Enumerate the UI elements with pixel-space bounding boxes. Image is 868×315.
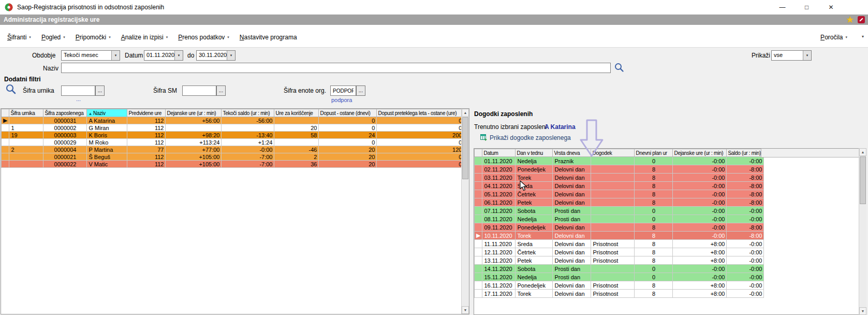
- employee-row[interactable]: ▶0000031A Katarina112+56:00-56:0000: [2, 117, 464, 124]
- row-marker: [475, 223, 482, 232]
- show-events-icon[interactable]: [480, 134, 487, 142]
- scrollbar-thumb[interactable]: [462, 117, 468, 179]
- cell-datum: 16.11.2020: [482, 281, 516, 290]
- scroll-down-icon[interactable]: ▼: [462, 306, 469, 314]
- event-row[interactable]: 11.11.2020SredaDelovni danPrisotnost8+8:…: [475, 240, 764, 248]
- column-header-dogodek[interactable]: Dogodek: [591, 149, 635, 157]
- sifra-urnika-lookup-button[interactable]: ...: [95, 85, 105, 96]
- column-header-plan[interactable]: Dnevni plan ur: [635, 149, 673, 157]
- close-button[interactable]: ✕: [819, 0, 843, 15]
- cell-datum: 15.11.2020: [482, 273, 516, 281]
- scrollbar-thumb[interactable]: [860, 156, 866, 204]
- event-row[interactable]: 02.11.2020PonedeljekDelovni dan8-0:00-8:…: [475, 165, 764, 174]
- scroll-down-icon[interactable]: ▼: [859, 307, 866, 315]
- menu-item-label: Nastavitve programa: [240, 34, 297, 41]
- search-icon[interactable]: [5, 83, 17, 96]
- event-row[interactable]: 01.11.2020NedeljaPraznik0-0:00-0:00: [475, 157, 764, 165]
- cell-vrsta: Delovni dan: [553, 182, 591, 190]
- cell-dopust_preteklo: 0: [377, 161, 464, 168]
- event-row[interactable]: ▶10.11.2020TorekDelovni dan8-0:00-8:00: [475, 232, 764, 240]
- chevron-down-icon[interactable]: ▾: [862, 34, 864, 39]
- cell-datum: 03.11.2020: [482, 174, 516, 182]
- event-row[interactable]: 15.11.2020NedeljaProsti dan0-0:00-0:00: [475, 273, 764, 281]
- cell-datum: 17.11.2020: [482, 290, 516, 298]
- event-row[interactable]: 14.11.2020SobotaProsti dan0-0:00-0:00: [475, 265, 764, 273]
- cell-dan: Četrtek: [516, 190, 553, 198]
- cell-vrsta: Delovni dan: [553, 240, 591, 248]
- show-events-link[interactable]: Prikaži dogodke zaposlenega: [490, 134, 571, 141]
- scroll-up-icon[interactable]: ▲: [462, 109, 469, 117]
- cell-plan: 0: [635, 157, 673, 165]
- cell-vrsta: Delovni dan: [553, 174, 591, 182]
- column-header-sifra_zaposlenega[interactable]: Šifra zaposlenega: [43, 109, 87, 117]
- column-header-vrsta[interactable]: Vrsta dneva: [553, 149, 591, 157]
- event-row[interactable]: 08.11.2020NedeljaProsti dan0-0:00-0:00: [475, 215, 764, 223]
- scroll-up-icon[interactable]: ▲: [859, 148, 866, 156]
- employee-row[interactable]: 0000022V Matic112+105:00-7:0036200: [2, 161, 464, 168]
- chevron-down-icon[interactable]: ▾: [803, 51, 811, 60]
- event-row[interactable]: 09.11.2020PonedeljekDelovni dan8-0:00-8:…: [475, 223, 764, 232]
- chevron-down-icon[interactable]: ▾: [227, 51, 235, 60]
- column-header-dan[interactable]: Dan v tednu: [516, 149, 553, 157]
- employees-scrollbar[interactable]: ▲ ▼: [461, 109, 469, 314]
- cell-dejanske: -0:00: [673, 265, 727, 273]
- maximize-button[interactable]: □: [795, 0, 819, 15]
- event-row[interactable]: 13.11.2020PetekDelovni danPrisotnost8+8:…: [475, 256, 764, 265]
- column-header-koriscenje[interactable]: Ure za koriščenje: [274, 109, 319, 117]
- employee-row[interactable]: 190000003K Boris112+98:20-13:405824200: [2, 132, 464, 139]
- naziv-input[interactable]: [61, 63, 611, 73]
- column-header-dopust[interactable]: Dopust - ostane (dnevi): [319, 109, 377, 117]
- employee-row[interactable]: 0000021Š Beguš112+105:00-7:002200: [2, 153, 464, 161]
- column-header-dopust_preteklo[interactable]: Dopust preteklega leta - ostane (ure): [377, 109, 464, 117]
- event-row[interactable]: 17.11.2020TorekDelovni danPrisotnost8+8:…: [475, 290, 764, 298]
- column-header-predvidene[interactable]: Predvidene ure: [127, 109, 166, 117]
- cell-naziv: G Miran: [87, 124, 127, 132]
- employee-row[interactable]: 20000004P Martina77+77:00-0:00-4620120: [2, 146, 464, 153]
- cell-koriscenje: 36: [274, 161, 319, 168]
- menu-analize-in-izpisi[interactable]: Analize in izpisi▾: [116, 32, 173, 42]
- datum-to-combobox[interactable]: 30.11.2020 ▾: [196, 50, 236, 61]
- column-header-datum[interactable]: Datum: [482, 149, 516, 157]
- chevron-down-icon[interactable]: ▾: [174, 51, 183, 60]
- cell-dopust_preteklo: 0: [377, 153, 464, 161]
- cell-saldo: -0:00: [727, 290, 764, 298]
- menu-prenos-podatkov[interactable]: Prenos podatkov▾: [173, 32, 234, 42]
- prikazi-combobox[interactable]: vse ▾: [771, 50, 812, 61]
- menu-pripomoc-ki[interactable]: Pripomočki▾: [70, 32, 116, 42]
- chevron-down-icon: ▾: [109, 35, 111, 39]
- menu-nastavitve-programa[interactable]: Nastavitve programa: [234, 32, 302, 42]
- event-row[interactable]: 12.11.2020ČetrtekDelovni danPrisotnost8+…: [475, 248, 764, 256]
- sifra-enote-input[interactable]: [330, 85, 356, 96]
- column-header-naziv[interactable]: ▲Naziv: [87, 109, 127, 117]
- favorite-star-icon[interactable]: ★: [847, 16, 854, 24]
- sifra-urnika-input[interactable]: [61, 85, 95, 96]
- column-header-saldo[interactable]: Saldo (ur : min): [727, 149, 764, 157]
- event-row[interactable]: 04.11.2020SredaDelovni dan8-0:00-8:00: [475, 182, 764, 190]
- sifra-sm-input[interactable]: [182, 85, 216, 96]
- menu-s-ifranti[interactable]: Šifranti▾: [2, 32, 36, 42]
- employee-row[interactable]: 10000002G Miran1122000: [2, 124, 464, 132]
- column-header-sifra_urnika[interactable]: Šifra urnika: [9, 109, 43, 117]
- menu-pogled[interactable]: Pogled▾: [36, 32, 70, 42]
- obdobje-combobox[interactable]: Tekoči mesec ▾: [61, 50, 120, 61]
- chevron-down-icon[interactable]: ▾: [111, 51, 120, 60]
- event-row[interactable]: 05.11.2020ČetrtekDelovni dan8-0:00-8:00: [475, 190, 764, 198]
- column-header-dejanske[interactable]: Dejanske ure (ur : min): [166, 109, 222, 117]
- event-row[interactable]: 07.11.2020SobotaProsti dan0-0:00-0:00: [475, 207, 764, 215]
- column-header-saldo[interactable]: Tekoči saldo (ur : min): [222, 109, 274, 117]
- sifra-sm-lookup-button[interactable]: ...: [216, 85, 226, 96]
- datum-from-combobox[interactable]: 01.11.2020 ▾: [144, 50, 183, 61]
- cell-dogodek: [591, 265, 635, 273]
- menu-poroc-ila[interactable]: Poročila▾: [815, 32, 852, 42]
- event-row[interactable]: 03.11.2020TorekDelovni dan8-0:00-8:00: [475, 174, 764, 182]
- events-scrollbar[interactable]: ▲ ▼: [859, 148, 866, 315]
- minimize-button[interactable]: —: [770, 0, 795, 15]
- column-header-dejanske[interactable]: Dejanske ure (ur : min): [673, 149, 727, 157]
- sifra-enote-lookup-button[interactable]: ...: [356, 85, 365, 96]
- saop-red-icon[interactable]: [858, 16, 865, 23]
- event-row[interactable]: 06.11.2020PetekDelovni dan8-0:00-8:00: [475, 198, 764, 207]
- employee-row[interactable]: 0000029M Roko112+113:24+1:2400: [2, 139, 464, 146]
- search-icon[interactable]: [614, 62, 624, 74]
- event-row[interactable]: 16.11.2020PonedeljekDelovni danPrisotnos…: [475, 281, 764, 290]
- cell-naziv: V Matic: [87, 161, 127, 168]
